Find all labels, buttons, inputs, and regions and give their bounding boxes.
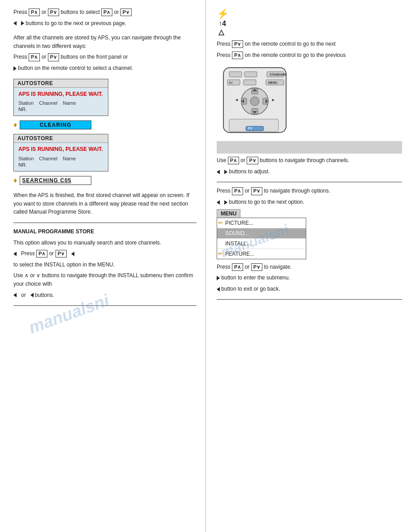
section-divider-right: [217, 182, 402, 182]
col-channel1: Channel: [39, 100, 57, 106]
right-column: ⚡ ↑4△ Press P∨ on the remote control to …: [206, 0, 411, 532]
col-name1: Name: [63, 100, 76, 106]
svg-point-19: [250, 97, 259, 106]
menu-item-feature[interactable]: ✏ FEATURE...: [217, 249, 306, 259]
right-s3-line1: Press P∧ or P∨ to navigate through optio…: [217, 187, 402, 195]
searching-progress-row: ♦ SEARCHING C05: [13, 176, 197, 185]
arrow-left-icon9: [217, 287, 220, 292]
p-up-btn[interactable]: P∧: [29, 9, 40, 16]
arrow-right-icon: [21, 21, 24, 26]
arrow-right-icon7: [224, 170, 227, 174]
arrow-left-icon7: [217, 170, 220, 174]
right-s2-line1: Use P∧ or P∨ buttons to navigate through…: [217, 156, 402, 165]
channel-nav-section: After all the channels are stored by APS…: [13, 34, 197, 72]
manual-store-para2: Press P∧ or P∨: [13, 249, 197, 258]
autostore-body1: APS IS RUNNING, PLEASE WAIT. Station Cha…: [14, 88, 108, 116]
p-down-btn[interactable]: P∨: [48, 9, 59, 16]
menu-item-picture[interactable]: ✏ PICTURE...: [217, 218, 306, 228]
menu-header-label: MENU: [217, 209, 240, 218]
menu-container: MENU ✏ PICTURE... SOUND... INSTALL...: [217, 209, 402, 259]
pencil-icon1: ✏: [218, 219, 223, 226]
autostore-box1: AUTOSTORE APS IS RUNNING, PLEASE WAIT. S…: [13, 79, 108, 116]
right-section2: Use P∧ or P∨ buttons to navigate through…: [217, 156, 402, 176]
arrow-right-icon2: [13, 66, 17, 71]
manual-store-heading: MANUAL PROGRAMME STORE: [13, 227, 197, 236]
p-up-btn3[interactable]: P∧: [36, 250, 47, 257]
svg-text:◄: ◄: [235, 98, 239, 102]
arrow-left-icon8: [217, 200, 220, 205]
right-top-section: ⚡ ↑4△ Press P∨ on the remote control to …: [217, 8, 402, 59]
right-s3-line3: Press P∧ or P∨ to navigate.: [217, 263, 402, 271]
progress-icon1: ♦: [13, 121, 17, 129]
autostore-header2: AUTOSTORE: [14, 134, 108, 143]
pa-btn2[interactable]: P∧: [228, 157, 239, 164]
gray-band: [217, 141, 402, 154]
pv-btn2[interactable]: P∨: [247, 157, 258, 164]
clearing-bar: CLEARING: [20, 120, 91, 129]
autostore-running2: APS IS RUNNING, PLEASE WAIT.: [18, 146, 103, 153]
p-down-ref: P∨: [120, 9, 132, 16]
left-column: Press P∧ or P∨ buttons to select P∧ or P…: [0, 0, 206, 532]
pa-btn4[interactable]: P∧: [232, 263, 243, 271]
pa-btn1[interactable]: P∧: [232, 51, 243, 59]
arrow-left-icon5: [13, 293, 17, 297]
antenna-label: ↑4△: [218, 20, 402, 36]
middle-para-text: When the APS is finished, the first stor…: [13, 191, 197, 216]
arrow-left-icon3: [13, 252, 17, 256]
clearing-bar-fill: CLEARING: [20, 121, 91, 129]
right-s3-line4: button to enter the submenu.: [217, 274, 402, 282]
menu-items-list: ✏ PICTURE... SOUND... INSTALL... ✏ FEATU…: [217, 218, 306, 259]
right-s2-line2: buttons to adjust.: [217, 167, 402, 176]
p-down-btn3[interactable]: P∨: [56, 250, 67, 257]
menu-item-install[interactable]: INSTALL...: [217, 239, 306, 249]
pv-btn3[interactable]: P∨: [251, 187, 262, 195]
manual-store-para5: or buttons.: [13, 291, 197, 300]
remote-svg: STANDARD AV MENU: [221, 65, 288, 135]
manual-store-para3: to select the INSTALL option in the MENU…: [13, 261, 197, 269]
bottom-line-right: [217, 299, 402, 300]
svg-text:AV: AV: [229, 81, 233, 84]
autostore-header1: AUTOSTORE: [14, 79, 108, 88]
p-up-ref: P∧: [101, 9, 112, 16]
bottom-line-left: [13, 305, 197, 306]
menu-item-sound-label: SOUND...: [225, 230, 249, 236]
pv-btn1[interactable]: P∨: [232, 40, 243, 48]
channel-para1: After all the channels are stored by APS…: [13, 34, 197, 50]
nav-line2: buttons to go to the next or previous pa…: [13, 19, 197, 28]
manual-store-para4: Use ∧ or ∨ buttons to navigate through t…: [13, 271, 197, 288]
col-name2: Name: [63, 156, 76, 161]
right-section3: Press P∧ or P∨ to navigate through optio…: [217, 187, 402, 293]
autostore-running1: APS IS RUNNING, PLEASE WAIT.: [18, 90, 103, 98]
menu-wrapper: MENU ✏ PICTURE... SOUND... INSTALL...: [217, 209, 306, 259]
antenna-symbol: ⚡ ↑4△: [217, 8, 402, 36]
searching-label: SEARCHING C05: [22, 177, 71, 184]
arrow-right-icon9: [217, 276, 220, 280]
arrow-left-icon4: [71, 252, 74, 256]
svg-text:►: ►: [271, 98, 275, 102]
p-up-btn2[interactable]: P∧: [29, 53, 40, 61]
autostore-body2: APS IS RUNNING, PLEASE WAIT. Station Cha…: [14, 143, 108, 171]
col-channel2: Channel: [39, 156, 57, 161]
menu-item-picture-label: PICTURE...: [225, 220, 253, 226]
pv-btn4[interactable]: P∨: [251, 263, 262, 271]
right-line1: Press P∨ on the remote control to go to …: [217, 40, 402, 48]
top-nav-section: Press P∧ or P∨ buttons to select P∧ or P…: [13, 8, 197, 27]
menu-item-sound[interactable]: SOUND...: [217, 228, 306, 239]
svg-text:STANDARD: STANDARD: [270, 73, 287, 76]
right-line2: Press P∧ on the remote control to go to …: [217, 51, 402, 60]
autostore-cols1: Station Channel Name: [18, 100, 103, 106]
arrow-right-icon8: [224, 200, 227, 205]
autostore-row1: NR.: [18, 107, 103, 112]
p-down-btn2[interactable]: P∨: [48, 53, 59, 61]
arrow-left-icon6: [30, 293, 34, 297]
right-s3-line5: button to exit or go back.: [217, 285, 402, 293]
manual-store-section: MANUAL PROGRAMME STORE This option allow…: [13, 227, 197, 299]
menu-item-feature-label: FEATURE...: [225, 251, 254, 257]
middle-para: When the APS is finished, the first stor…: [13, 191, 197, 216]
channel-para2: Press P∧ or P∨ buttons on the front pane…: [13, 53, 197, 61]
pa-btn3[interactable]: P∧: [232, 187, 243, 195]
searching-bar: SEARCHING C05: [20, 176, 91, 185]
section-divider1: [13, 223, 197, 223]
pencil-icon2: ✏: [218, 250, 223, 257]
autostore-box2: AUTOSTORE APS IS RUNNING, PLEASE WAIT. S…: [13, 134, 108, 172]
